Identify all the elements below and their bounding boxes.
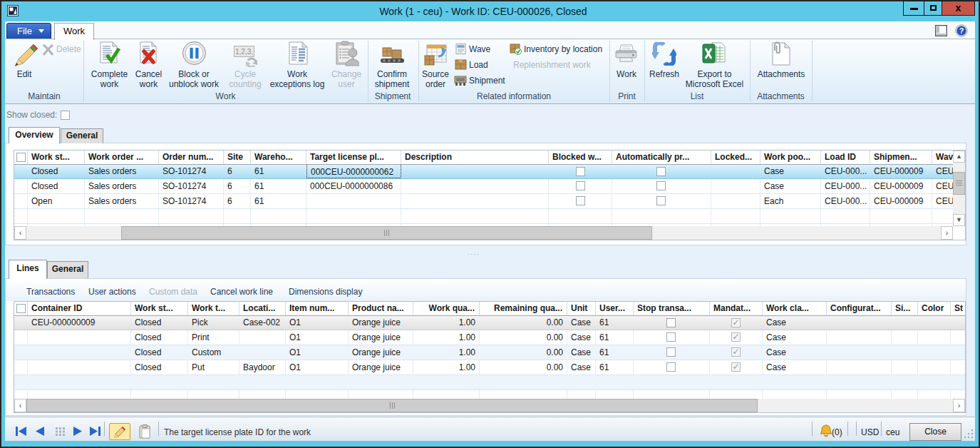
svg-text:?: ? [959, 26, 964, 35]
svg-text:1,2,3,: 1,2,3, [235, 48, 253, 56]
